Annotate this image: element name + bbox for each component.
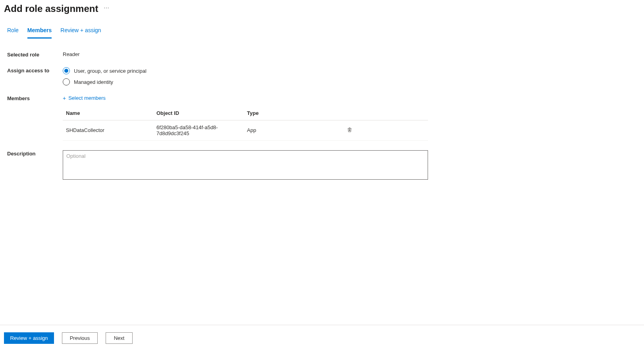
col-header-object-id: Object ID — [156, 110, 247, 116]
radio-managed-identity[interactable]: Managed identity — [63, 78, 640, 85]
tab-members[interactable]: Members — [27, 26, 52, 39]
assign-access-to-label: Assign access to — [7, 67, 63, 74]
selected-role-value: Reader — [63, 51, 640, 57]
page-title: Add role assignment — [4, 3, 98, 14]
assign-access-radio-group: User, group, or service principal Manage… — [63, 67, 640, 85]
tab-review-assign[interactable]: Review + assign — [60, 26, 101, 39]
member-object-id: 6f280ba5-da58-414f-a5d8-7d8d9dc3f245 — [156, 124, 247, 136]
review-assign-button[interactable]: Review + assign — [4, 332, 54, 344]
radio-icon — [63, 78, 70, 85]
more-options-icon[interactable]: ⋯ — [104, 5, 109, 12]
members-table: Name Object ID Type SHDataCollector 6f28… — [63, 106, 428, 141]
radio-user-group-sp-label: User, group, or service principal — [74, 68, 147, 74]
col-header-type: Type — [247, 110, 337, 116]
previous-button[interactable]: Previous — [62, 332, 98, 344]
table-row: SHDataCollector 6f280ba5-da58-414f-a5d8-… — [63, 120, 428, 141]
trash-icon[interactable] — [347, 127, 353, 133]
member-name: SHDataCollector — [66, 127, 156, 133]
radio-managed-identity-label: Managed identity — [74, 79, 113, 85]
tab-role[interactable]: Role — [7, 26, 19, 39]
next-button[interactable]: Next — [106, 332, 133, 344]
select-members-text: Select members — [68, 95, 106, 101]
description-input[interactable] — [63, 150, 428, 180]
member-type: App — [247, 127, 337, 133]
selected-role-label: Selected role — [7, 51, 63, 58]
radio-icon — [63, 67, 70, 74]
footer-bar: Review + assign Previous Next — [0, 325, 644, 351]
radio-user-group-sp[interactable]: User, group, or service principal — [63, 67, 640, 74]
tab-bar: Role Members Review + assign — [4, 26, 640, 39]
col-header-name: Name — [66, 110, 156, 116]
plus-icon: + — [63, 95, 66, 101]
description-label: Description — [7, 150, 63, 157]
select-members-link[interactable]: + Select members — [63, 95, 106, 101]
members-label: Members — [7, 95, 63, 101]
